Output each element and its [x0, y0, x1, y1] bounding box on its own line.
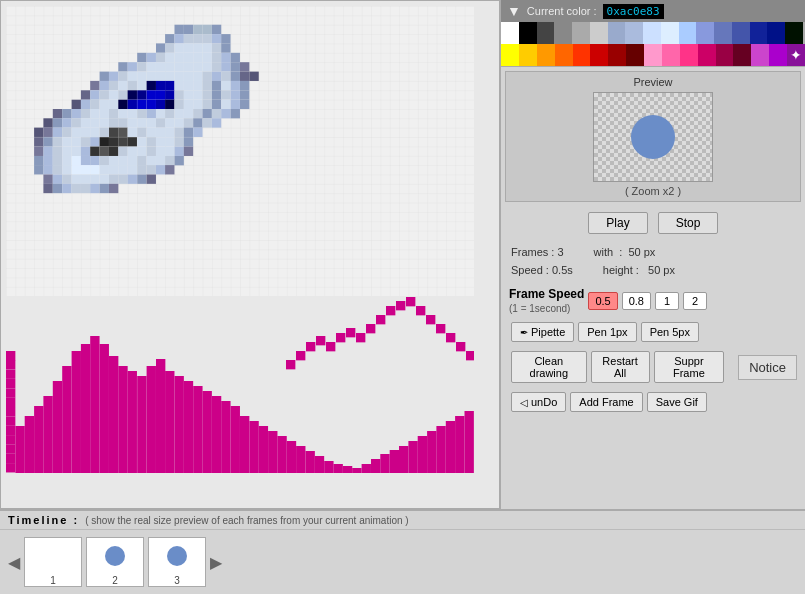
svg-rect-158 — [43, 128, 52, 137]
color-blue2[interactable] — [696, 22, 714, 44]
color-magenta2[interactable] — [716, 44, 734, 66]
color-purple2[interactable] — [769, 44, 787, 66]
svg-rect-98 — [240, 90, 249, 99]
suppr-button[interactable]: Suppr Frame — [654, 351, 725, 383]
svg-rect-22 — [137, 53, 146, 62]
svg-rect-60 — [221, 72, 230, 81]
svg-rect-135 — [212, 109, 221, 118]
svg-rect-221 — [147, 156, 156, 165]
color-lightblue3[interactable] — [643, 22, 661, 44]
svg-rect-242 — [62, 175, 71, 184]
color-extra-plus[interactable]: ✦ — [787, 44, 805, 66]
color-yellow[interactable] — [501, 44, 519, 66]
speed-btn-2[interactable]: 2 — [683, 292, 707, 310]
speed-btn-0.5[interactable]: 0.5 — [588, 292, 617, 310]
color-blue3[interactable] — [714, 22, 732, 44]
svg-rect-247 — [109, 175, 118, 184]
undo-button[interactable]: ◁ unDo — [511, 392, 566, 412]
svg-rect-47 — [100, 72, 109, 81]
color-lightblue4[interactable] — [661, 22, 679, 44]
color-lightgray[interactable] — [572, 22, 590, 44]
color-darkblue[interactable] — [750, 22, 768, 44]
canvas-area[interactable] — [0, 0, 500, 509]
timeline-frame-1[interactable]: 1 — [24, 537, 82, 587]
svg-rect-48 — [109, 72, 118, 81]
frame-num-2: 2 — [112, 573, 118, 586]
timeline-prev-arrow[interactable]: ◀ — [8, 553, 20, 572]
frame-num-1: 1 — [50, 573, 56, 586]
save-gif-button[interactable]: Save Gif — [647, 392, 707, 412]
color-hotpink[interactable] — [680, 44, 698, 66]
speed-btn-1[interactable]: 1 — [655, 292, 679, 310]
color-darkred[interactable] — [608, 44, 626, 66]
color-purple1[interactable] — [751, 44, 769, 66]
svg-rect-144 — [100, 118, 109, 127]
speed-btn-0.8[interactable]: 0.8 — [622, 292, 651, 310]
svg-rect-85 — [118, 90, 127, 99]
timeline-frame-3[interactable]: 3 — [148, 537, 206, 587]
color-maroon[interactable] — [626, 44, 644, 66]
svg-rect-303 — [287, 441, 296, 473]
timeline-frame-2[interactable]: 2 — [86, 537, 144, 587]
svg-rect-159 — [53, 128, 62, 137]
color-darkmagenta[interactable] — [733, 44, 751, 66]
svg-rect-206 — [165, 147, 174, 156]
svg-rect-84 — [109, 90, 118, 99]
color-lightblue2[interactable] — [625, 22, 643, 44]
color-red1[interactable] — [573, 44, 591, 66]
timeline-next-arrow[interactable]: ▶ — [210, 553, 222, 572]
stop-button[interactable]: Stop — [658, 212, 718, 234]
color-orange2[interactable] — [555, 44, 573, 66]
color-blue1[interactable] — [679, 22, 697, 44]
svg-rect-213 — [72, 156, 81, 165]
pen1px-button[interactable]: Pen 1px — [578, 322, 636, 342]
svg-rect-340 — [456, 342, 465, 351]
svg-rect-180 — [81, 137, 90, 146]
restart-button[interactable]: Restart All — [591, 351, 650, 383]
top-area: ▼ Current color : 0xac0e83 — [0, 0, 805, 509]
color-darkgray[interactable] — [537, 22, 555, 44]
svg-rect-274 — [15, 426, 24, 473]
color-blue4[interactable] — [732, 22, 750, 44]
pixel-canvas[interactable] — [6, 6, 474, 474]
svg-rect-241 — [53, 175, 62, 184]
color-red2[interactable] — [590, 44, 608, 66]
add-frame-button[interactable]: Add Frame — [570, 392, 642, 412]
svg-rect-16 — [175, 43, 184, 52]
color-darknavy[interactable] — [785, 22, 805, 44]
color-amber[interactable] — [519, 44, 537, 66]
clean-button[interactable]: Clean drawing — [511, 351, 587, 383]
color-navy[interactable] — [767, 22, 785, 44]
svg-rect-319 — [436, 426, 445, 473]
svg-rect-118 — [53, 109, 62, 118]
color-orange1[interactable] — [537, 44, 555, 66]
color-black[interactable] — [519, 22, 537, 44]
pipette-button[interactable]: ✒ Pipette — [511, 322, 574, 342]
color-gray[interactable] — [554, 22, 572, 44]
svg-rect-105 — [128, 100, 137, 109]
svg-rect-125 — [118, 109, 127, 118]
color-pink2[interactable] — [662, 44, 680, 66]
play-button[interactable]: Play — [588, 212, 648, 234]
svg-rect-37 — [156, 62, 165, 71]
svg-rect-65 — [100, 81, 109, 90]
color-white[interactable] — [501, 22, 519, 44]
svg-rect-214 — [81, 156, 90, 165]
svg-rect-110 — [175, 100, 184, 109]
current-color-value[interactable]: 0xac0e83 — [603, 4, 664, 19]
svg-rect-259 — [109, 184, 118, 193]
svg-rect-121 — [81, 109, 90, 118]
pen5px-button[interactable]: Pen 5px — [641, 322, 699, 342]
color-magenta1[interactable] — [698, 44, 716, 66]
svg-rect-189 — [165, 137, 174, 146]
color-lightblue1[interactable] — [608, 22, 626, 44]
svg-rect-255 — [72, 184, 81, 193]
svg-rect-44 — [221, 62, 230, 71]
svg-rect-102 — [100, 100, 109, 109]
color-silver[interactable] — [590, 22, 608, 44]
svg-rect-133 — [193, 109, 202, 118]
color-pink1[interactable] — [644, 44, 662, 66]
svg-rect-167 — [128, 128, 137, 137]
svg-rect-153 — [184, 118, 193, 127]
svg-rect-270 — [6, 435, 15, 444]
